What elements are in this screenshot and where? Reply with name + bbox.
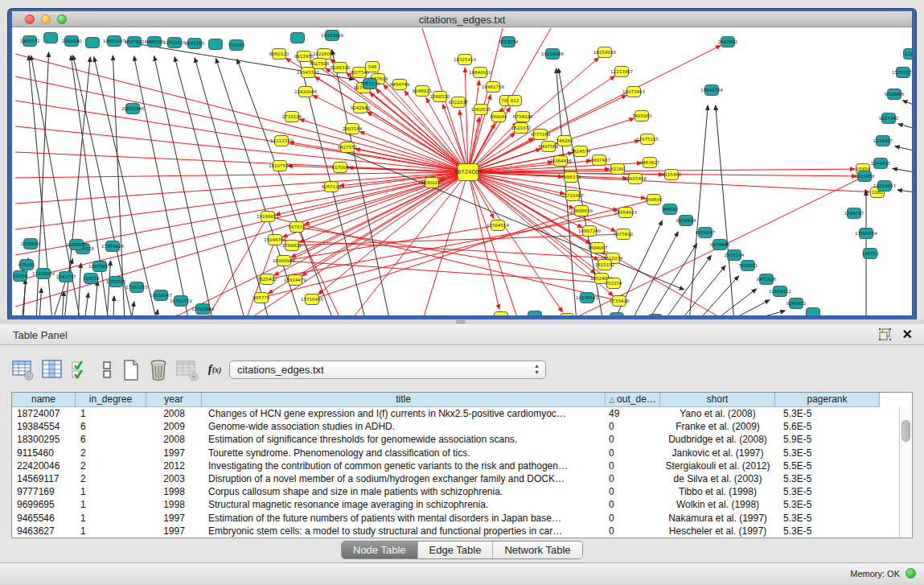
graph-node[interactable]: 10025458 <box>624 174 647 184</box>
network-window-titlebar[interactable]: citations_edges.txt <box>12 11 912 27</box>
graph-node[interactable]: 15751074 <box>892 68 912 78</box>
row-height-icon[interactable] <box>95 356 119 384</box>
graph-node[interactable] <box>807 308 820 316</box>
table-row[interactable]: 1830029562008Estimation of significance … <box>12 433 899 446</box>
tab-network-table[interactable]: Network Table <box>493 542 581 558</box>
tab-edge-table[interactable]: Edge Table <box>418 542 494 558</box>
graph-node[interactable]: 9245652 <box>786 299 807 309</box>
graph-node[interactable]: 9777169 <box>531 130 551 140</box>
graph-node[interactable] <box>610 313 624 316</box>
function-builder-icon[interactable]: f(x) <box>203 356 227 384</box>
table-row[interactable]: 969969511998Structural magnetic resonanc… <box>12 498 899 511</box>
graph-node[interactable]: 62160 <box>610 164 625 175</box>
graph-node[interactable]: 116753 <box>862 249 879 259</box>
graph-node[interactable]: 752254 <box>606 278 622 289</box>
graph-node[interactable]: 9242848 <box>351 103 371 113</box>
graph-node[interactable]: 164093 <box>662 204 679 215</box>
network-canvas[interactable]: 1872400718300295886012389129551822605898… <box>12 28 912 315</box>
graph-node[interactable] <box>649 315 663 316</box>
graph-node[interactable]: 8813054 <box>499 37 519 47</box>
graph-node[interactable]: 9463627 <box>640 158 660 168</box>
graph-node[interactable]: 985779 <box>253 293 270 303</box>
graph-node[interactable]: 6879197 <box>696 228 716 238</box>
graph-node[interactable]: 12975185 <box>636 134 659 145</box>
table-row[interactable]: 1938455462009Genome-wide association stu… <box>12 420 899 433</box>
graph-node[interactable]: 546 <box>366 62 380 72</box>
graph-node[interactable]: 17016504 <box>855 229 877 239</box>
table-row[interactable]: 1456911722003Disruption of a novel membe… <box>12 472 899 485</box>
graph-node[interactable]: 11156869 <box>32 269 55 279</box>
graph-node[interactable]: 16914479 <box>284 275 306 286</box>
graph-node[interactable]: 7485063 <box>632 111 652 122</box>
select-rows-icon[interactable] <box>69 356 93 384</box>
graph-node[interactable]: 2687682 <box>718 37 738 47</box>
graph-node[interactable]: 39159 <box>13 271 27 282</box>
graph-node[interactable] <box>86 38 100 48</box>
table-row[interactable]: 911546021997Tourette syndrome. Phenomeno… <box>12 447 899 459</box>
memory-status-indicator-icon[interactable] <box>906 568 916 579</box>
graph-node[interactable]: 1615152 <box>595 260 615 270</box>
graph-node[interactable]: 8427552 <box>338 142 358 153</box>
graph-node[interactable]: 16033809 <box>321 31 343 41</box>
graph-node[interactable]: 15716485 <box>301 295 323 305</box>
table-mode-icon[interactable] <box>11 356 35 384</box>
graph-node[interactable]: 751555 <box>228 40 245 51</box>
column-header-year[interactable]: year <box>146 393 202 407</box>
graph-node[interactable]: 2935114 <box>725 250 745 261</box>
graph-node[interactable]: 12213967 <box>610 67 633 77</box>
graph-node[interactable]: 12213333 <box>270 136 293 146</box>
graph-node[interactable]: 10853297 <box>103 36 125 47</box>
graph-node[interactable]: 3624574 <box>571 146 591 157</box>
graph-node[interactable]: 8471626 <box>757 274 777 285</box>
graph-node[interactable]: 10807487 <box>588 155 610 166</box>
column-header-in_degree[interactable]: in_degree <box>76 393 146 407</box>
graph-node[interactable]: 1244415 <box>871 159 891 169</box>
column-header-title[interactable]: title <box>202 393 606 407</box>
graph-node[interactable]: 6466160 <box>145 37 165 47</box>
graph-node[interactable]: 1112 <box>904 49 913 60</box>
column-header-name[interactable]: name <box>12 393 76 407</box>
graph-node[interactable]: 8454749 <box>390 80 410 90</box>
float-window-icon[interactable] <box>879 328 892 341</box>
column-header-out_degree[interactable]: △out_de… <box>606 393 660 407</box>
graph-node[interactable]: 812 <box>508 96 522 106</box>
graph-node[interactable] <box>495 312 508 316</box>
table-row[interactable]: 2242004622012Investigating the contribut… <box>12 459 899 472</box>
graph-node[interactable]: 18325419 <box>454 55 476 65</box>
graph-node[interactable]: 10654112 <box>769 286 791 297</box>
graph-node[interactable]: 8912955 <box>294 51 314 62</box>
graph-node[interactable]: 9115460 <box>662 170 682 180</box>
column-header-pagerank[interactable]: pagerank <box>775 393 880 407</box>
table-selector-dropdown[interactable]: citations_edges.txt ▲▼ <box>229 360 546 379</box>
graph-node[interactable]: 18107554 <box>269 161 291 171</box>
close-panel-icon[interactable]: ✕ <box>902 327 913 342</box>
graph-node[interactable]: 1905572 <box>20 36 40 47</box>
table-row[interactable]: 946554611997Estimation of the future num… <box>12 512 899 525</box>
graph-node[interactable]: 16782759 <box>170 296 192 307</box>
graph-node[interactable]: 2718126 <box>282 112 302 122</box>
graph-node[interactable]: 1527602 <box>125 37 145 47</box>
graph-node[interactable]: 7825402 <box>257 274 277 285</box>
graph-node[interactable] <box>291 33 305 43</box>
graph-node[interactable]: 16648784 <box>700 85 723 96</box>
graph-node[interactable]: 746266 <box>556 136 573 146</box>
table-row[interactable]: 977716911998Corpus callosum shape and si… <box>12 485 899 498</box>
graph-node[interactable]: 6794028 <box>513 112 533 122</box>
graph-node[interactable] <box>209 39 223 50</box>
graph-node[interactable]: 8186328 <box>331 63 351 73</box>
graph-node[interactable]: 1342737 <box>56 272 76 282</box>
graph-node[interactable]: 6671355 <box>185 39 205 49</box>
scrollbar-thumb[interactable] <box>901 420 910 442</box>
table-row[interactable]: 946362711997Embryonic stem cells: a mode… <box>12 525 899 538</box>
show-columns-icon[interactable] <box>40 356 64 384</box>
graph-node[interactable]: 1733426 <box>610 296 630 307</box>
graph-node[interactable]: 8860123 <box>269 49 290 60</box>
graph-node[interactable]: 1621072 <box>511 123 532 134</box>
graph-node[interactable]: 16961758 <box>482 82 504 93</box>
graph-node[interactable]: 1599822 <box>282 241 302 251</box>
graph-node[interactable]: 1219387 <box>873 136 893 146</box>
graph-node[interactable]: 7975692 <box>614 229 634 240</box>
graph-node[interactable]: 8938924 <box>676 216 696 226</box>
graph-node[interactable]: 1589297 <box>844 208 864 219</box>
new-column-icon[interactable] <box>119 356 143 384</box>
